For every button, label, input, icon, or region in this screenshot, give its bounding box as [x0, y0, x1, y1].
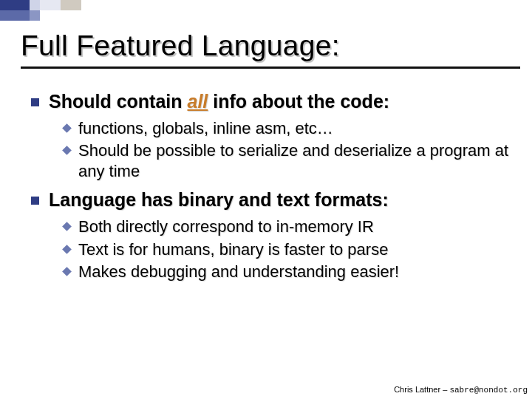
bullet-text: functions, globals, inline asm, etc… — [78, 119, 333, 137]
diamond-bullet-icon — [62, 123, 72, 133]
bullet-level1: Should contain all info about the code: — [31, 91, 520, 112]
bullet-text: Makes debugging and understanding easier… — [78, 262, 399, 281]
heading-text-emph: all — [188, 91, 208, 112]
footer-email: sabre@nondot.org — [449, 386, 528, 395]
bullet-level2: Text is for humans, binary is faster to … — [64, 239, 520, 260]
heading-text-post: info about the code: — [208, 91, 389, 112]
bullet-level2: Should be possible to serialize and dese… — [64, 140, 520, 182]
square-bullet-icon — [31, 98, 39, 106]
footer-sep: – — [440, 385, 449, 394]
square-bullet-icon — [31, 197, 39, 205]
bullet-text: Should be possible to serialize and dese… — [78, 141, 508, 180]
decorative-top-stripe — [0, 0, 532, 21]
heading-text-pre: Language has binary and text formats: — [49, 189, 389, 210]
footer-author: Chris Lattner — [394, 385, 440, 394]
bullet-level2: Both directly correspond to in-memory IR — [64, 216, 520, 237]
heading-text-pre: Should contain — [49, 91, 188, 112]
slide-body: Full Featured Language: Should contain a… — [21, 30, 520, 287]
bullet-level2: Makes debugging and understanding easier… — [64, 262, 520, 282]
slide-content: Should contain all info about the code: … — [21, 91, 520, 282]
diamond-bullet-icon — [62, 267, 72, 276]
sub-list: Both directly correspond to in-memory IR… — [31, 216, 520, 282]
bullet-level1: Language has binary and text formats: — [31, 189, 520, 211]
diamond-bullet-icon — [62, 245, 72, 254]
slide-footer: Chris Lattner – sabre@nondot.org — [394, 385, 528, 395]
bullet-level2: functions, globals, inline asm, etc… — [64, 118, 520, 139]
bullet-text: Text is for humans, binary is faster to … — [78, 240, 388, 259]
slide-title: Full Featured Language: — [21, 30, 520, 69]
bullet-text: Both directly correspond to in-memory IR — [78, 217, 374, 236]
diamond-bullet-icon — [62, 146, 72, 155]
diamond-bullet-icon — [62, 222, 72, 232]
sub-list: functions, globals, inline asm, etc… Sho… — [31, 118, 520, 182]
